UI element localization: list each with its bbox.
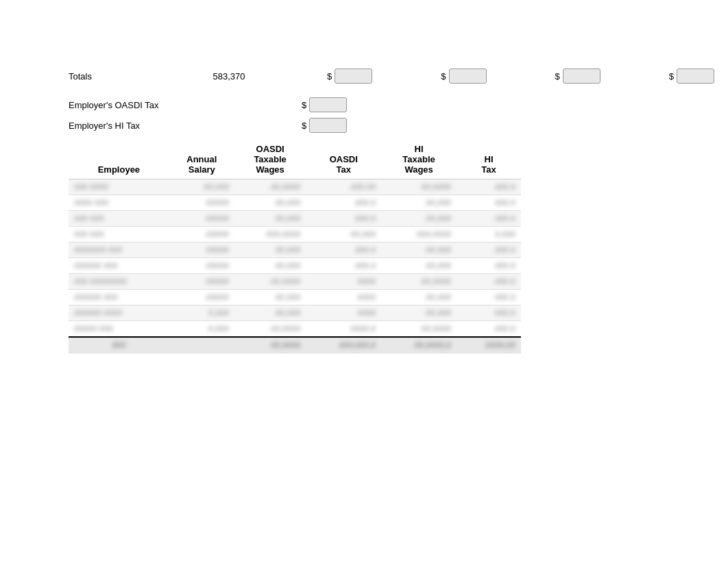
totals-input-4: $ xyxy=(669,68,714,84)
employer-hi-dollar: $ xyxy=(302,121,306,131)
table-row: ### ######,#####,#######.####,#######.# xyxy=(69,179,521,195)
col-annual-salary: AnnualSalary xyxy=(169,140,234,179)
table-row: ###### ##########,#########,######.# xyxy=(69,290,521,305)
table-row: ### ###############,##########,#######.# xyxy=(69,274,521,290)
employer-oasdi-dollar: $ xyxy=(302,100,306,110)
table-row: ### ###########,######,######,#####,### xyxy=(69,227,521,242)
employer-hi-label: Employer's HI Tax xyxy=(69,121,219,131)
employer-oasdi-input-area: $ xyxy=(302,97,347,112)
table-row: ##### ####,#####,########.###,#######.# xyxy=(69,321,521,338)
dollar-sign-3: $ xyxy=(555,71,560,82)
table-totals-row: #####,#######,###.###,####,#####,## xyxy=(69,337,521,353)
employer-hi-row: Employer's HI Tax $ xyxy=(69,118,714,133)
table-header-row: Employee AnnualSalary OASDITaxableWages … xyxy=(69,140,521,179)
totals-input-1: $ xyxy=(327,68,372,84)
col-employee: Employee xyxy=(69,140,169,179)
dollar-sign-2: $ xyxy=(441,71,446,82)
employer-hi-input-area: $ xyxy=(302,118,347,133)
totals-section: Totals 583,370 $ $ $ $ xyxy=(69,68,714,84)
employer-oasdi-input[interactable] xyxy=(309,97,347,112)
employer-oasdi-label: Employer's OASDI Tax xyxy=(69,100,219,110)
table-row: ###### ##########,######.###,######.# xyxy=(69,258,521,274)
table-row: #### ##########,######.###,######.# xyxy=(69,195,521,211)
table-section: Employee AnnualSalary OASDITaxableWages … xyxy=(69,140,714,353)
totals-input-box-1[interactable] xyxy=(335,68,372,84)
employer-oasdi-row: Employer's OASDI Tax $ xyxy=(69,97,714,112)
col-oasdi-taxable-wages: OASDITaxableWages xyxy=(234,140,306,179)
dollar-sign-4: $ xyxy=(669,71,674,82)
totals-inputs: $ $ $ $ xyxy=(327,68,714,84)
totals-input-box-2[interactable] xyxy=(449,68,487,84)
employer-hi-input[interactable] xyxy=(309,118,347,133)
totals-input-2: $ xyxy=(441,68,486,84)
col-hi-tax: HITax xyxy=(457,140,521,179)
totals-input-box-4[interactable] xyxy=(677,68,714,84)
table-row: ###### #####,#####,#########,######.# xyxy=(69,305,521,321)
payroll-table: Employee AnnualSalary OASDITaxableWages … xyxy=(69,140,521,353)
col-hi-taxable-wages: HITaxableWages xyxy=(381,140,457,179)
totals-label: Totals xyxy=(69,71,199,82)
totals-input-3: $ xyxy=(555,68,600,84)
totals-value: 583,370 xyxy=(213,71,272,82)
table-row: ####### ##########,######.###,######.# xyxy=(69,242,521,258)
col-oasdi-tax: OASDITax xyxy=(306,140,381,179)
dollar-sign-1: $ xyxy=(327,71,332,82)
employer-section: Employer's OASDI Tax $ Employer's HI Tax… xyxy=(69,97,714,133)
totals-input-box-3[interactable] xyxy=(563,68,600,84)
table-row: ### ##########,######.###,######.# xyxy=(69,211,521,227)
